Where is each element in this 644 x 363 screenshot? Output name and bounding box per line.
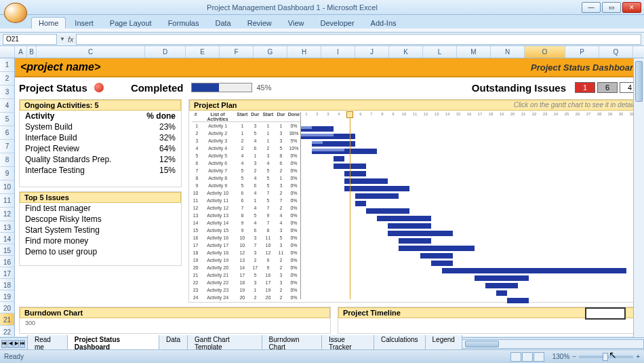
ribbon-tab-insert[interactable]: Insert bbox=[67, 17, 101, 28]
gantt-bar[interactable] bbox=[366, 208, 409, 214]
selected-cell-O21[interactable] bbox=[585, 307, 626, 320]
col-header-I[interactable]: I bbox=[321, 46, 355, 58]
ribbon-tab-pagelayout[interactable]: Page Layout bbox=[102, 17, 159, 28]
row-header-7[interactable]: 7 bbox=[0, 140, 14, 153]
gantt-bar[interactable] bbox=[420, 253, 453, 259]
row-header-4[interactable]: 4 bbox=[0, 99, 14, 113]
ribbon-tab-developer[interactable]: Developer bbox=[313, 17, 361, 28]
row-header-5[interactable]: 5 bbox=[0, 113, 14, 126]
col-header-N[interactable]: N bbox=[491, 46, 525, 58]
row-header-8[interactable]: 8 bbox=[0, 153, 14, 167]
gantt-bar[interactable] bbox=[431, 261, 453, 266]
gantt-row: 1Activity 113110% bbox=[192, 122, 300, 130]
gantt-bar[interactable] bbox=[344, 178, 388, 184]
gantt-bar[interactable] bbox=[388, 231, 453, 236]
row-header-13[interactable]: 13 bbox=[0, 221, 14, 233]
col-header-E[interactable]: E bbox=[186, 46, 220, 58]
issues-red-count: 1 bbox=[575, 82, 595, 93]
minimize-button[interactable]: — bbox=[582, 2, 601, 13]
ribbon-tab-review[interactable]: Review bbox=[240, 17, 279, 28]
row-header-20[interactable]: 20 bbox=[0, 302, 14, 313]
fx-icon[interactable]: fx bbox=[68, 35, 74, 43]
gantt-bar[interactable] bbox=[399, 238, 431, 244]
gantt-bar[interactable] bbox=[344, 186, 409, 191]
ribbon-tab-add-ins[interactable]: Add-Ins bbox=[363, 17, 404, 28]
gantt-bar[interactable] bbox=[485, 283, 518, 288]
close-button[interactable]: ✕ bbox=[622, 2, 641, 13]
horizontal-scrollbar[interactable] bbox=[462, 339, 644, 349]
tab-nav-buttons[interactable]: ⏮◀▶⏭ bbox=[1, 340, 25, 348]
ribbon-tab-view[interactable]: View bbox=[281, 17, 312, 28]
worksheet[interactable]: <project name> Project Status Dashboard … bbox=[15, 58, 644, 337]
formula-bar[interactable] bbox=[76, 34, 641, 45]
col-header-G[interactable]: G bbox=[254, 46, 287, 58]
gantt-row: 12Activity 1274720% bbox=[192, 204, 300, 212]
col-header-Q[interactable]: Q bbox=[599, 46, 633, 58]
ribbon-tab-data[interactable]: Data bbox=[207, 17, 238, 28]
col-header-F[interactable]: F bbox=[220, 46, 254, 58]
gantt-row: 21Activity 211751630% bbox=[192, 271, 300, 279]
select-all-corner[interactable] bbox=[0, 46, 15, 58]
name-box[interactable]: O21 bbox=[3, 34, 57, 45]
row-header-3[interactable]: 3 bbox=[0, 85, 14, 99]
row-header-14[interactable]: 14 bbox=[0, 233, 14, 244]
gantt-bar[interactable] bbox=[496, 290, 507, 296]
gantt-row: 15Activity 1596830% bbox=[192, 227, 300, 234]
gantt-bar[interactable] bbox=[344, 171, 366, 176]
col-header-A[interactable]: A bbox=[15, 46, 27, 58]
view-mode-buttons[interactable] bbox=[510, 352, 544, 362]
hscroll-thumb[interactable] bbox=[465, 341, 499, 347]
gantt-bar[interactable] bbox=[388, 223, 431, 229]
col-header-B[interactable]: B bbox=[27, 46, 37, 58]
col-header-D[interactable]: D bbox=[145, 46, 186, 58]
row-header-9[interactable]: 9 bbox=[0, 167, 14, 180]
zoom-level[interactable]: 130% bbox=[552, 353, 570, 360]
status-indicator-icon bbox=[94, 83, 104, 92]
gantt-bar[interactable] bbox=[334, 156, 344, 161]
row-header-12[interactable]: 12 bbox=[0, 208, 14, 221]
ribbon-tab-home[interactable]: Home bbox=[31, 17, 66, 28]
gantt-bar[interactable] bbox=[399, 246, 475, 251]
row-header-2[interactable]: 2 bbox=[0, 72, 14, 85]
col-header-J[interactable]: J bbox=[355, 46, 389, 58]
maximize-button[interactable]: ▭ bbox=[602, 2, 621, 13]
gantt-bar[interactable] bbox=[377, 216, 431, 221]
status-text: Ready bbox=[4, 353, 24, 360]
project-plan-panel[interactable]: Project Plan Click on the gantt chart to… bbox=[188, 99, 640, 303]
top-issues-header: Top 5 Issues bbox=[20, 192, 181, 203]
gantt-bar[interactable] bbox=[507, 298, 529, 303]
col-header-P[interactable]: P bbox=[565, 46, 599, 58]
row-header-19[interactable]: 19 bbox=[0, 290, 14, 302]
gantt-bar[interactable] bbox=[475, 275, 529, 281]
col-header-C[interactable]: C bbox=[37, 46, 145, 58]
ribbon-tab-formulas[interactable]: Formulas bbox=[161, 17, 207, 28]
scrollbar-thumb[interactable] bbox=[635, 61, 643, 102]
row-header-21[interactable]: 21 bbox=[0, 313, 14, 326]
row-header-15[interactable]: 15 bbox=[0, 244, 14, 256]
row-header-17[interactable]: 17 bbox=[0, 267, 14, 279]
gantt-bar[interactable] bbox=[355, 193, 399, 199]
col-pctdone: % done bbox=[146, 111, 176, 121]
row-header-6[interactable]: 6 bbox=[0, 126, 14, 140]
burndown-panel: Burndown Chart 300 bbox=[19, 307, 331, 334]
gantt-bar[interactable] bbox=[442, 268, 626, 273]
col-header-M[interactable]: M bbox=[457, 46, 491, 58]
vertical-scrollbar[interactable] bbox=[633, 58, 644, 337]
ongoing-header: Ongoing Activities: 5 bbox=[20, 100, 181, 111]
row-header-10[interactable]: 10 bbox=[0, 180, 14, 194]
col-header-O[interactable]: O bbox=[525, 46, 565, 58]
row-header-16[interactable]: 16 bbox=[0, 256, 14, 267]
row-header-1[interactable]: 1 bbox=[0, 58, 14, 72]
zoom-out-icon[interactable]: − bbox=[572, 353, 576, 360]
row-header-18[interactable]: 18 bbox=[0, 279, 14, 290]
col-header-H[interactable]: H bbox=[287, 46, 321, 58]
gantt-bar[interactable] bbox=[355, 201, 366, 206]
office-button[interactable] bbox=[4, 3, 27, 23]
zoom-slider[interactable] bbox=[579, 356, 633, 358]
gantt-row: 4Activity 4262510% bbox=[192, 145, 300, 152]
col-header-K[interactable]: K bbox=[389, 46, 423, 58]
col-header-L[interactable]: L bbox=[423, 46, 457, 58]
namebox-dropdown-icon[interactable]: ▼ bbox=[60, 36, 65, 42]
zoom-in-icon[interactable]: + bbox=[636, 353, 640, 360]
row-header-11[interactable]: 11 bbox=[0, 194, 14, 208]
